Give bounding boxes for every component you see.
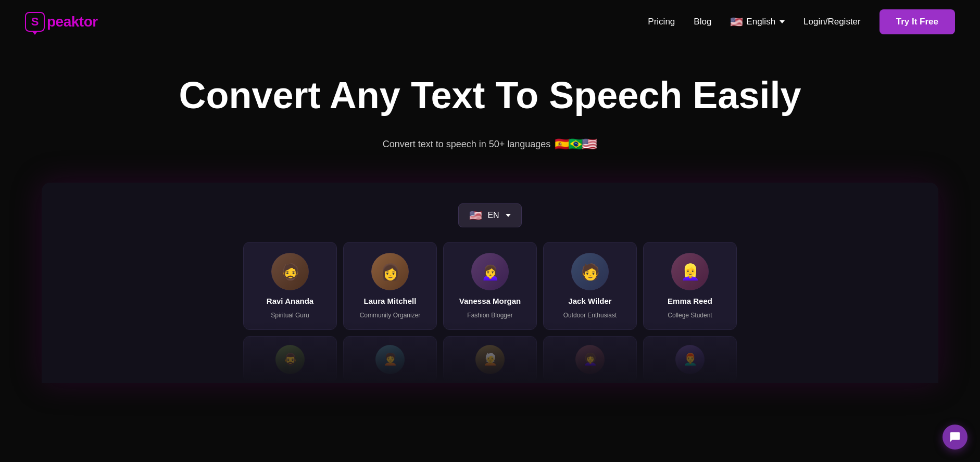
- en-chevron-down-icon: [506, 214, 511, 217]
- voice-role-1: Community Organizer: [360, 312, 421, 319]
- gradient-overlay: [42, 320, 938, 383]
- waveform-container: 🇺🇸 EN 🧔Ravi AnandaSpiritual Guru👩Laura M…: [0, 183, 980, 383]
- voice-name-4: Emma Reed: [668, 297, 712, 305]
- logo-letter: S: [31, 15, 39, 29]
- language-label: English: [746, 17, 775, 27]
- chat-icon: [949, 431, 961, 443]
- login-register-link[interactable]: Login/Register: [803, 17, 861, 27]
- hero-subtitle: Convert text to speech in 50+ languages …: [25, 137, 955, 151]
- language-selector[interactable]: 🇺🇸 English: [730, 16, 785, 28]
- logo[interactable]: S peaktor: [25, 12, 98, 32]
- usa-flag-icon: 🇺🇸: [582, 137, 597, 151]
- voice-card-vanessa-morgan[interactable]: 🙍‍♀️Vanessa MorganFashion Blogger: [443, 242, 537, 330]
- voice-role-3: Outdoor Enthusiast: [563, 312, 617, 319]
- logo-name: peaktor: [47, 14, 98, 30]
- chat-widget-button[interactable]: [943, 425, 968, 450]
- pricing-link[interactable]: Pricing: [648, 17, 675, 27]
- avatar-1: 👩: [371, 253, 409, 290]
- nav-links: Pricing Blog 🇺🇸 English Login/Register T…: [648, 9, 955, 34]
- voice-role-2: Fashion Blogger: [467, 312, 512, 319]
- us-flag-icon: 🇺🇸: [730, 16, 743, 28]
- lang-selector-row: 🇺🇸 EN: [62, 203, 918, 227]
- hero-section: Convert Any Text To Speech Easily Conver…: [0, 44, 980, 151]
- voice-name-1: Laura Mitchell: [364, 297, 417, 305]
- voice-name-3: Jack Wilder: [568, 297, 611, 305]
- voice-name-0: Ravi Ananda: [267, 297, 313, 305]
- subtitle-text: Convert text to speech in 50+ languages: [383, 139, 551, 150]
- voice-name-2: Vanessa Morgan: [459, 297, 521, 305]
- avatar-0: 🧔: [271, 253, 309, 290]
- chevron-down-icon: [780, 20, 785, 23]
- avatar-4: 👱‍♀️: [671, 253, 709, 290]
- en-language-dropdown[interactable]: 🇺🇸 EN: [458, 203, 521, 227]
- app-panel: 🇺🇸 EN 🧔Ravi AnandaSpiritual Guru👩Laura M…: [42, 183, 938, 383]
- en-lang-label: EN: [487, 211, 499, 220]
- avatar-2: 🙍‍♀️: [471, 253, 509, 290]
- voice-role-0: Spiritual Guru: [271, 312, 309, 319]
- voice-cards-row-1: 🧔Ravi AnandaSpiritual Guru👩Laura Mitchel…: [62, 242, 918, 330]
- logo-icon: S: [25, 12, 45, 32]
- voice-card-laura-mitchell[interactable]: 👩Laura MitchellCommunity Organizer: [343, 242, 437, 330]
- en-flag-icon: 🇺🇸: [469, 209, 482, 222]
- voice-card-emma-reed[interactable]: 👱‍♀️Emma ReedCollege Student: [643, 242, 737, 330]
- voice-card-jack-wilder[interactable]: 🧑Jack WilderOutdoor Enthusiast: [543, 242, 637, 330]
- blog-link[interactable]: Blog: [694, 17, 711, 27]
- try-free-button[interactable]: Try It Free: [880, 9, 955, 34]
- hero-title: Convert Any Text To Speech Easily: [178, 75, 802, 116]
- flag-group: 🇪🇸 🇧🇷 🇺🇸: [557, 137, 597, 151]
- voice-card-ravi-ananda[interactable]: 🧔Ravi AnandaSpiritual Guru: [243, 242, 337, 330]
- voice-role-4: College Student: [668, 312, 712, 319]
- avatar-3: 🧑: [571, 253, 609, 290]
- navbar: S peaktor Pricing Blog 🇺🇸 English Login/…: [0, 0, 980, 44]
